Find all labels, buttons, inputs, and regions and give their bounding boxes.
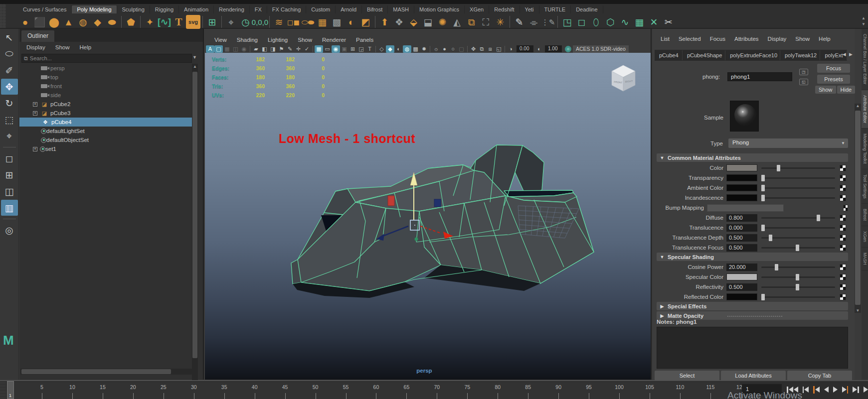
- check-icon[interactable]: ✓: [303, 45, 311, 53]
- select-tool[interactable]: ↖: [1, 29, 18, 45]
- value-field[interactable]: 0.000: [726, 224, 757, 232]
- color-swatch[interactable]: [726, 184, 757, 191]
- color-swatch[interactable]: [726, 194, 757, 201]
- shelf-tab-sculpting[interactable]: Sculpting: [117, 5, 150, 13]
- texture-map-icon[interactable]: [840, 235, 846, 241]
- viewport-menu-lighting[interactable]: Lighting: [263, 36, 292, 45]
- quaddraw-shape1-icon[interactable]: ◻: [574, 15, 589, 29]
- section-special-effects[interactable]: ▶Special Effects: [657, 302, 848, 310]
- shelf-tab-mash[interactable]: MASH: [388, 5, 414, 13]
- ae-tab-pCube4Shape[interactable]: pCube4Shape: [683, 50, 725, 60]
- time-ruler[interactable]: 5101520253035404550556065707580859095100…: [7, 382, 740, 399]
- grid-toggle-icon[interactable]: ▦: [315, 45, 323, 53]
- right-tab-xgen[interactable]: XGen: [862, 226, 868, 248]
- texture-map-icon[interactable]: [840, 294, 846, 300]
- value-field[interactable]: 0.800: [726, 214, 757, 222]
- outliner-item-front[interactable]: front: [19, 82, 192, 91]
- exposure-icon[interactable]: ◑: [507, 45, 515, 53]
- poly-cylinder-icon[interactable]: ⬤: [47, 15, 61, 29]
- outliner-menu-display[interactable]: Display: [22, 43, 49, 53]
- right-tab-attribute-editor[interactable]: Attribute Editor: [862, 90, 868, 129]
- slider-handle[interactable]: [775, 264, 778, 270]
- slider-handle[interactable]: [796, 245, 799, 251]
- slider[interactable]: [761, 194, 835, 201]
- smooth-icon[interactable]: ◐: [344, 15, 358, 29]
- last-tool[interactable]: ⌖: [1, 128, 18, 144]
- shaded-icon[interactable]: ◆: [386, 45, 394, 53]
- slider[interactable]: [761, 184, 835, 191]
- track-icon[interactable]: ✛: [294, 45, 303, 53]
- outliner-item-pCube3[interactable]: +◪pCube3: [19, 109, 192, 118]
- super-shape-icon[interactable]: ✦: [143, 15, 157, 29]
- outliner-menu-help[interactable]: Help: [76, 43, 96, 53]
- layout-four-pane[interactable]: ⊞: [1, 167, 18, 183]
- wireframe-on-shaded-icon[interactable]: ◍: [403, 45, 411, 53]
- shelf-tab-animation[interactable]: Animation: [179, 5, 214, 13]
- scale-tool[interactable]: ⬚: [1, 112, 18, 128]
- ae-menu-selected[interactable]: Selected: [675, 35, 705, 43]
- safe-action-icon[interactable]: ◲: [357, 45, 365, 53]
- bevel-diamonds-icon[interactable]: ❖: [392, 15, 406, 29]
- viewport-menu-view[interactable]: View: [210, 36, 231, 45]
- offset-edgeloop-icon[interactable]: ⋮✎: [541, 15, 555, 29]
- shelf-tab-yeti[interactable]: Yeti: [520, 5, 539, 13]
- play-backwards-button[interactable]: [823, 386, 830, 394]
- bounding-box-icon[interactable]: ⛶: [479, 15, 493, 29]
- shelf-tab-fx-caching[interactable]: FX Caching: [267, 5, 306, 13]
- safe-title-icon[interactable]: T: [365, 45, 374, 53]
- poly-disc-icon[interactable]: ⬬: [105, 15, 119, 29]
- isolate-icon[interactable]: ✥: [469, 45, 478, 53]
- texture-map-icon[interactable]: [840, 185, 846, 191]
- resolution-gate-icon[interactable]: ◉: [332, 45, 340, 53]
- plane-icon[interactable]: ◱: [495, 45, 503, 53]
- outliner-item-side[interactable]: side: [19, 91, 192, 100]
- exposure-field[interactable]: 0.00: [517, 45, 533, 52]
- paint-select-tool[interactable]: ✐: [1, 62, 18, 78]
- bridge-icon[interactable]: ⬓: [421, 15, 435, 29]
- modeling-toolkit-icon[interactable]: ⊞: [205, 15, 219, 29]
- viewport-menu-shading[interactable]: Shading: [232, 36, 262, 45]
- layout-outliner-persp[interactable]: ▥: [1, 200, 18, 216]
- xray-icon[interactable]: ⧉: [478, 45, 486, 53]
- shelf-tab-curves-surfaces[interactable]: Curves / Surfaces: [18, 5, 72, 13]
- platonic-solid-icon[interactable]: ⬟: [124, 15, 138, 29]
- pencil-icon[interactable]: ✎: [286, 45, 294, 53]
- snap-origin-icon[interactable]: 0,0,0: [253, 15, 267, 29]
- gamma-field[interactable]: 1.00: [545, 45, 562, 52]
- rotate-tool[interactable]: ↻: [1, 95, 18, 111]
- viewport-panel[interactable]: ViewShadingLightingShowRendererPanels A▢…: [205, 29, 652, 380]
- ocio-toggle[interactable]: ◎: [565, 46, 571, 52]
- value-field[interactable]: 20.000: [726, 264, 757, 271]
- slider-handle[interactable]: [769, 235, 772, 241]
- search-dropdown-icon[interactable]: ▼: [192, 55, 197, 60]
- slider-handle[interactable]: [817, 215, 820, 221]
- quaddraw-cube-icon[interactable]: ⬡: [603, 15, 618, 29]
- shelf-tab-poly-modeling[interactable]: Poly Modeling: [72, 5, 117, 13]
- slider-handle[interactable]: [761, 195, 765, 201]
- extrude-icon[interactable]: ⬆: [377, 15, 392, 29]
- camera-lock-icon[interactable]: ▰: [252, 45, 260, 53]
- slider-handle[interactable]: [761, 225, 765, 231]
- shelf-grip[interactable]: [0, 4, 6, 28]
- grid-icon[interactable]: ▦: [223, 45, 231, 53]
- ae-menu-focus[interactable]: Focus: [706, 35, 729, 43]
- multicut-icon[interactable]: ✎: [512, 15, 526, 29]
- panel-icon[interactable]: ◫: [231, 45, 240, 53]
- camera-prev-icon[interactable]: ◨: [269, 45, 277, 53]
- uv-grid-icon[interactable]: ▦: [632, 15, 647, 29]
- ae-divider[interactable]: [727, 316, 782, 317]
- ae-button-select[interactable]: Select: [655, 371, 719, 381]
- shadows-icon[interactable]: ☼: [432, 45, 440, 53]
- slider-handle[interactable]: [796, 274, 799, 280]
- show-button[interactable]: Show: [815, 86, 836, 94]
- ae-tab-polyTweak12[interactable]: polyTweak12: [780, 50, 820, 60]
- outliner-menu-show[interactable]: Show: [51, 43, 74, 53]
- ao-icon[interactable]: ●: [440, 45, 449, 53]
- slider[interactable]: [761, 264, 835, 270]
- shelf-tab-fx[interactable]: FX: [250, 5, 267, 13]
- texture-map-icon[interactable]: [840, 225, 846, 231]
- step-back-key-button[interactable]: [812, 385, 821, 395]
- right-tab-tool-settings[interactable]: Tool Settings: [862, 169, 868, 204]
- poly-plane-icon[interactable]: ◆: [90, 15, 105, 29]
- texture-map-icon[interactable]: [840, 165, 846, 171]
